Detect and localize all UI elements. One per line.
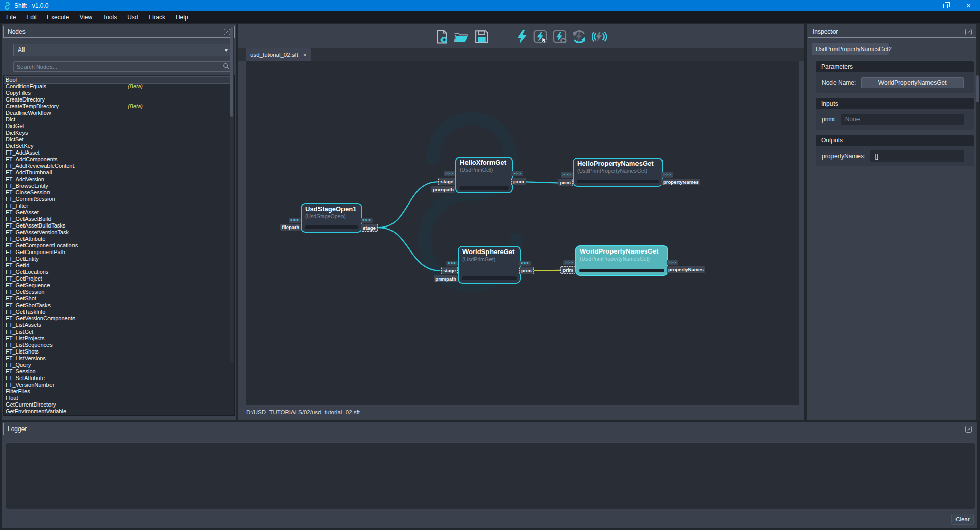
- node-type-item[interactable]: FT_Session: [4, 368, 234, 375]
- node-category-dropdown[interactable]: All: [13, 44, 233, 56]
- field-value[interactable]: []: [870, 150, 964, 162]
- node-type-item[interactable]: FT_GetVersionComponents: [4, 315, 234, 322]
- port-prim[interactable]: prim: [558, 179, 573, 186]
- node-type-item[interactable]: FT_ListVersions: [4, 355, 234, 362]
- reload-and-execute-icon[interactable]: [572, 29, 587, 45]
- node-graph-canvas[interactable]: UsdStageOpen1(UsdStageOpen)>>>filepath>>…: [246, 61, 799, 405]
- node-type-item[interactable]: Float: [4, 395, 234, 401]
- node-type-item[interactable]: GetEnvironmentVariable: [4, 408, 234, 415]
- node-type-item[interactable]: FT_GetEntity: [4, 256, 234, 262]
- node-type-item[interactable]: Dict: [4, 116, 234, 123]
- node-type-item[interactable]: FT_GetAssetBuildTasks: [4, 222, 234, 229]
- menu-help[interactable]: Help: [170, 12, 193, 22]
- inspector-scrollbar[interactable]: [976, 24, 979, 420]
- node-type-item[interactable]: FT_Query: [4, 362, 234, 368]
- wire[interactable]: [526, 182, 558, 183]
- node-type-item[interactable]: FT_VersionNumber: [4, 382, 234, 388]
- node-type-item[interactable]: FT_ListGet: [4, 329, 234, 335]
- node-type-item[interactable]: FT_AddVersion: [4, 176, 234, 183]
- node-type-item[interactable]: CreateTempDirectory(Beta): [4, 103, 234, 110]
- port-stage[interactable]: stage: [361, 224, 378, 232]
- graph-node-UsdStageOpen1[interactable]: UsdStageOpen1(UsdStageOpen)>>>filepath>>…: [301, 203, 362, 233]
- node-type-item[interactable]: FT_ListAssets: [4, 322, 234, 329]
- menu-file[interactable]: File: [1, 12, 21, 22]
- port-propertyNames[interactable]: propertyNames: [667, 266, 705, 273]
- node-type-item[interactable]: FT_AddAsset: [4, 149, 234, 156]
- port-prim[interactable]: prim: [560, 266, 575, 274]
- graph-node-WorldPropertyNamesGet[interactable]: WorldPropertyNamesGet(UsdPrimPropertyNam…: [575, 245, 668, 276]
- port-prim[interactable]: prim: [511, 178, 526, 185]
- restore-button[interactable]: [934, 0, 957, 11]
- menu-view[interactable]: View: [74, 12, 97, 22]
- port-prim[interactable]: prim: [519, 267, 534, 274]
- node-type-item[interactable]: FT_GetAssetBuild: [4, 216, 234, 222]
- node-type-item[interactable]: DictKeys: [4, 130, 234, 136]
- close-button[interactable]: ✕: [957, 0, 980, 11]
- save-graph-icon[interactable]: [474, 29, 489, 45]
- new-graph-icon[interactable]: [434, 29, 450, 45]
- menu-ftrack[interactable]: Ftrack: [143, 12, 170, 22]
- execute-from-selected-icon[interactable]: [552, 29, 568, 45]
- node-type-item[interactable]: FT_BrowseEntity: [4, 183, 234, 189]
- node-type-item[interactable]: FT_GetAsset: [4, 209, 234, 216]
- graph-node-WorldSphereGet[interactable]: WorldSphereGet(UsdPrimGet)>>>stageprimpa…: [458, 246, 521, 284]
- node-type-item[interactable]: CreateDirectory: [4, 96, 234, 103]
- node-type-item[interactable]: FT_GetTaskInfo: [4, 309, 234, 315]
- scrollbar-thumb[interactable]: [230, 27, 233, 117]
- execute-graph-icon[interactable]: [514, 29, 530, 45]
- search-input[interactable]: [17, 64, 223, 70]
- node-type-item[interactable]: FT_ListSequences: [4, 342, 234, 348]
- node-type-item[interactable]: FT_AddReviewableContent: [4, 163, 234, 169]
- graph-node-HelloPropertyNamesGet[interactable]: HelloPropertyNamesGet(UsdPrimPropertyNam…: [573, 158, 663, 187]
- port-propertyNames[interactable]: propertyNames: [662, 179, 700, 185]
- menu-tools[interactable]: Tools: [97, 12, 122, 22]
- node-type-item[interactable]: FT_ListProjects: [4, 335, 234, 342]
- undock-icon[interactable]: ↗: [965, 29, 972, 35]
- node-type-item[interactable]: DictGet: [4, 123, 234, 130]
- node-type-item[interactable]: FT_GetComponentLocations: [4, 242, 234, 249]
- field-value[interactable]: WorldPropertyNamesGet: [861, 77, 964, 88]
- minimize-button[interactable]: [911, 0, 934, 11]
- node-type-item[interactable]: FT_GetSession: [4, 289, 234, 295]
- node-type-item[interactable]: GetCurrentDirectory: [4, 401, 234, 408]
- node-type-item[interactable]: FT_Filter: [4, 203, 234, 209]
- live-execution-icon[interactable]: [592, 29, 607, 45]
- undock-icon[interactable]: ↗: [965, 426, 972, 433]
- port-filepath[interactable]: filepath: [280, 224, 301, 231]
- node-type-item[interactable]: FT_CloseSession: [4, 189, 234, 196]
- node-type-item[interactable]: FT_GetShotTasks: [4, 302, 234, 309]
- menu-edit[interactable]: Edit: [21, 12, 42, 22]
- node-type-item[interactable]: FT_GetAssetVersionTask: [4, 229, 234, 236]
- node-type-item[interactable]: FT_GetLocations: [4, 269, 234, 275]
- tab-close-icon[interactable]: ✕: [303, 52, 307, 58]
- node-type-item[interactable]: FT_AddComponents: [4, 156, 234, 163]
- node-type-item[interactable]: DictSet: [4, 136, 234, 143]
- node-type-item[interactable]: FT_GetSequence: [4, 282, 234, 289]
- node-type-item[interactable]: FT_ListShots: [4, 348, 234, 355]
- execute-selected-icon[interactable]: [533, 29, 548, 45]
- node-type-item[interactable]: DictSetKey: [4, 143, 234, 149]
- graph-node-HelloXformGet[interactable]: HelloXformGet(UsdPrimGet)>>>stageprimpat…: [455, 157, 513, 193]
- node-type-item[interactable]: FT_GetAttribute: [4, 236, 234, 242]
- node-type-item[interactable]: ConditionEquals(Beta): [4, 83, 234, 90]
- node-type-item[interactable]: Bool: [4, 77, 234, 83]
- node-type-item[interactable]: FT_AddThumbnail: [4, 169, 234, 176]
- tab-usd-tutorial-02[interactable]: usd_tutorial_02.sft ✕: [246, 48, 311, 61]
- node-type-item[interactable]: FT_GetId: [4, 262, 234, 269]
- port-primpath[interactable]: primpath: [431, 186, 455, 193]
- node-type-item[interactable]: FT_GetComponentPath: [4, 249, 234, 256]
- field-value[interactable]: None: [841, 114, 964, 125]
- node-list-scrollbar[interactable]: [230, 27, 234, 363]
- node-type-item[interactable]: FT_CommitSession: [4, 196, 234, 203]
- wire[interactable]: [533, 270, 560, 271]
- port-stage[interactable]: stage: [438, 178, 455, 185]
- node-type-item[interactable]: FT_GetProject: [4, 275, 234, 282]
- node-type-item[interactable]: FT_GetShot: [4, 295, 234, 302]
- node-type-item[interactable]: FT_SetAttribute: [4, 375, 234, 382]
- clear-button[interactable]: Clear: [951, 514, 974, 525]
- menu-execute[interactable]: Execute: [42, 12, 74, 22]
- open-graph-icon[interactable]: [453, 29, 469, 45]
- port-primpath[interactable]: primpath: [434, 275, 458, 282]
- node-type-item[interactable]: CopyFiles: [4, 90, 234, 96]
- node-type-item[interactable]: DeadlineWorkflow: [4, 110, 234, 116]
